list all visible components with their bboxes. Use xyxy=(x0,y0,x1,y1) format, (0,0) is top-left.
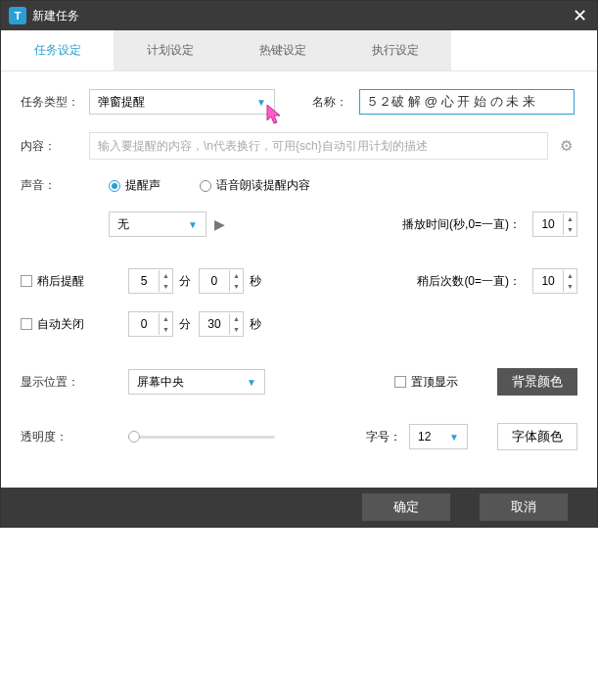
caret-down-icon: ▼ xyxy=(249,97,274,108)
position-select[interactable]: 屏幕中央 ▼ xyxy=(128,369,265,395)
close-icon[interactable]: ✕ xyxy=(570,5,589,26)
spin-up-icon[interactable]: ▲ xyxy=(160,270,172,281)
task-type-label: 任务类型： xyxy=(21,94,89,111)
spin-up-icon[interactable]: ▲ xyxy=(160,313,172,324)
min-unit: 分 xyxy=(179,273,191,290)
spin-up-icon[interactable]: ▲ xyxy=(230,313,243,324)
tab-task-settings[interactable]: 任务设定 xyxy=(1,30,114,70)
topmost-checkbox[interactable]: 置顶显示 xyxy=(394,374,458,391)
later-count-spin[interactable]: 10 ▲▼ xyxy=(532,268,577,294)
gear-icon[interactable]: ⚙ xyxy=(554,137,577,155)
name-label: 名称： xyxy=(312,94,359,111)
sec-unit2: 秒 xyxy=(250,316,261,333)
cancel-button[interactable]: 取消 xyxy=(480,493,568,521)
spin-up-icon[interactable]: ▲ xyxy=(564,270,576,281)
app-logo-icon: T xyxy=(9,7,26,24)
spin-down-icon[interactable]: ▼ xyxy=(564,281,576,292)
slider-track xyxy=(128,436,275,439)
autoclose-min-value: 0 xyxy=(129,317,159,331)
font-color-button[interactable]: 字体颜色 xyxy=(497,423,577,450)
sound-label: 声音： xyxy=(21,177,89,194)
later-remind-checkbox[interactable]: 稍后提醒 xyxy=(21,273,109,290)
checkbox-box-icon xyxy=(21,275,32,287)
play-time-spin[interactable]: 10 ▲▼ xyxy=(532,211,577,237)
auto-close-label: 自动关闭 xyxy=(37,316,84,333)
caret-down-icon: ▼ xyxy=(180,219,206,230)
sec-unit: 秒 xyxy=(250,273,261,290)
later-count-value: 10 xyxy=(533,274,563,288)
font-size-label: 字号： xyxy=(366,429,401,445)
play-time-label: 播放时间(秒,0=一直)： xyxy=(402,216,521,233)
footer: 确定 取消 xyxy=(1,488,597,527)
tab-execute-settings[interactable]: 执行设定 xyxy=(339,30,451,70)
font-size-select[interactable]: 12 ▼ xyxy=(409,424,468,449)
content-label: 内容： xyxy=(21,138,89,155)
checkbox-box-icon xyxy=(21,318,32,330)
play-time-value: 10 xyxy=(533,217,563,231)
tab-schedule-settings[interactable]: 计划设定 xyxy=(114,30,226,70)
ok-button[interactable]: 确定 xyxy=(362,493,450,521)
font-size-value: 12 xyxy=(410,430,441,443)
titlebar: T 新建任务 ✕ xyxy=(1,1,597,30)
opacity-label: 透明度： xyxy=(21,429,89,445)
sound-radio-beep-label: 提醒声 xyxy=(125,177,161,194)
later-count-label: 稍后次数(0=一直)： xyxy=(417,273,521,290)
spin-down-icon[interactable]: ▼ xyxy=(160,324,172,335)
content-placeholder: 输入要提醒的内容，\n代表换行，可用{sch}自动引用计划的描述 xyxy=(98,138,428,155)
bg-color-button[interactable]: 背景颜色 xyxy=(497,368,577,396)
autoclose-sec-spin[interactable]: 30 ▲▼ xyxy=(199,311,244,337)
tab-hotkey-settings[interactable]: 热键设定 xyxy=(226,30,339,70)
spin-down-icon[interactable]: ▼ xyxy=(230,281,243,292)
spin-up-icon[interactable]: ▲ xyxy=(564,213,576,224)
window-title: 新建任务 xyxy=(32,8,570,24)
content-input[interactable]: 输入要提醒的内容，\n代表换行，可用{sch}自动引用计划的描述 xyxy=(89,132,548,160)
min-unit2: 分 xyxy=(179,316,191,333)
radio-dot-icon xyxy=(200,180,211,192)
position-label: 显示位置： xyxy=(21,374,89,391)
later-sec-value: 0 xyxy=(200,274,229,288)
task-type-select[interactable]: 弹窗提醒 ▼ xyxy=(89,89,275,115)
task-type-value: 弹窗提醒 xyxy=(90,94,249,111)
play-icon[interactable]: ▶ xyxy=(214,216,225,232)
spin-down-icon[interactable]: ▼ xyxy=(160,281,172,292)
auto-close-checkbox[interactable]: 自动关闭 xyxy=(21,316,109,333)
sound-radio-beep[interactable]: 提醒声 xyxy=(109,177,161,194)
name-input[interactable] xyxy=(359,89,575,115)
tabbar: 任务设定 计划设定 热键设定 执行设定 xyxy=(1,30,597,71)
autoclose-sec-value: 30 xyxy=(200,317,229,331)
later-sec-spin[interactable]: 0 ▲▼ xyxy=(199,268,244,294)
spin-up-icon[interactable]: ▲ xyxy=(230,270,243,281)
later-min-spin[interactable]: 5 ▲▼ xyxy=(128,268,173,294)
caret-down-icon: ▼ xyxy=(441,432,467,443)
sound-select[interactable]: 无 ▼ xyxy=(109,211,207,237)
spin-down-icon[interactable]: ▼ xyxy=(564,224,576,235)
spin-down-icon[interactable]: ▼ xyxy=(230,324,243,335)
later-min-value: 5 xyxy=(129,274,159,288)
later-remind-label: 稍后提醒 xyxy=(37,273,84,290)
slider-thumb-icon[interactable] xyxy=(128,431,140,443)
caret-down-icon: ▼ xyxy=(239,377,264,388)
sound-radio-tts-label: 语音朗读提醒内容 xyxy=(216,177,310,194)
opacity-slider[interactable] xyxy=(128,430,275,443)
position-value: 屏幕中央 xyxy=(129,374,239,391)
topmost-label: 置顶显示 xyxy=(411,374,458,391)
checkbox-box-icon xyxy=(394,376,406,388)
sound-radio-tts[interactable]: 语音朗读提醒内容 xyxy=(200,177,310,194)
radio-dot-icon xyxy=(109,180,120,192)
sound-select-value: 无 xyxy=(110,216,180,233)
autoclose-min-spin[interactable]: 0 ▲▼ xyxy=(128,311,173,337)
